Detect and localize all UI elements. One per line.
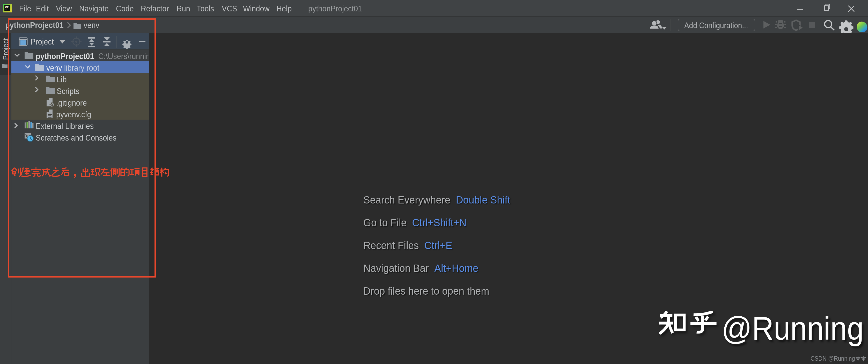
svg-text:PC: PC	[5, 5, 9, 9]
